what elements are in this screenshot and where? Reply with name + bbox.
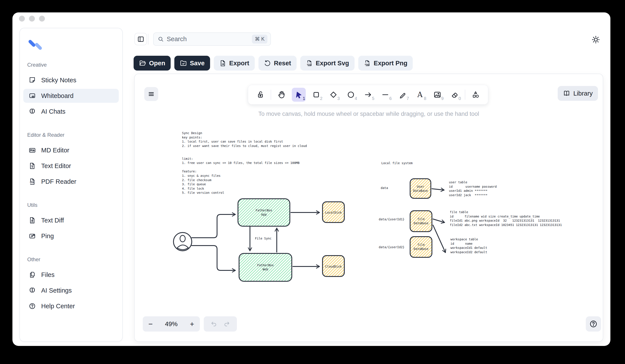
file-png-icon: PNG <box>364 60 371 67</box>
diff-file-icon <box>29 217 36 224</box>
sidebar-toggle-button[interactable] <box>134 33 147 45</box>
file-svg-icon: SVG <box>306 60 313 67</box>
fatherbox-app-label[interactable]: FatherBox App <box>238 208 290 217</box>
sidebar-item-sticky-notes[interactable]: Sticky Notes <box>23 73 119 87</box>
button-label: Export Svg <box>316 60 349 67</box>
file-database1-label[interactable]: file DataBase <box>410 217 432 225</box>
sidebar-item-label: Ping <box>41 232 54 240</box>
zoom-controls: − 49% + <box>143 316 200 332</box>
reset-icon <box>264 60 271 67</box>
sidebar-section-editor-reader: Editor & Reader <box>27 132 119 138</box>
zoom-level[interactable]: 49% <box>165 320 178 328</box>
panel-left-icon <box>137 35 145 43</box>
sun-icon <box>591 35 600 44</box>
app-window: Creative Sticky Notes Whiteboard AI Chat… <box>12 12 610 346</box>
save-button[interactable]: Save <box>174 56 210 71</box>
sidebar: Creative Sticky Notes Whiteboard AI Chat… <box>19 28 123 342</box>
diagram-shapes <box>135 74 603 342</box>
sidebar-item-pdf-reader[interactable]: PDF PDF Reader <box>23 175 119 189</box>
open-button[interactable]: Open <box>134 56 171 71</box>
arrow-user-to-app <box>192 214 235 238</box>
diagram-arrows[interactable] <box>192 189 445 270</box>
sidebar-item-ping[interactable]: Ping <box>23 229 119 243</box>
sidebar-item-text-diff[interactable]: Text Diff <box>23 213 119 227</box>
cloud-disk-label[interactable]: CloudDisk <box>322 264 344 269</box>
export-png-button[interactable]: PNG Export Png <box>358 56 413 71</box>
logo-bar-icon <box>28 39 36 47</box>
svg-text:PNG: PNG <box>365 63 369 65</box>
sidebar-item-label: Text Editor <box>41 162 71 169</box>
zoom-in-button[interactable]: + <box>190 320 194 328</box>
sidebar-item-ai-settings[interactable]: AI Settings <box>23 283 119 297</box>
data-userid1-path-label[interactable]: data/{userId1} <box>379 217 405 222</box>
sidebar-item-label: Help Center <box>41 303 75 310</box>
search-input[interactable] <box>167 35 239 43</box>
local-file-system-label[interactable]: Local file system <box>381 161 412 166</box>
user-database-label[interactable]: User DataBase <box>410 185 431 193</box>
button-label: Export Png <box>374 60 407 67</box>
help-button[interactable] <box>586 316 601 332</box>
sidebar-item-label: Files <box>41 271 55 279</box>
window-controls <box>19 16 45 22</box>
workspace-table-text[interactable]: workspace table id name workspaceId1 def… <box>450 237 487 254</box>
header-divider <box>148 34 148 45</box>
whiteboard-icon <box>29 92 36 100</box>
svg-text:PDF: PDF <box>30 181 34 184</box>
search-shortcut-badge: ⌘ K <box>252 35 267 44</box>
zoom-window-button[interactable] <box>39 16 45 22</box>
sidebar-item-label: PDF Reader <box>41 178 76 185</box>
minimize-window-button[interactable] <box>29 16 35 22</box>
zoom-out-button[interactable]: − <box>148 320 153 328</box>
svg-text:SVG: SVG <box>307 63 312 65</box>
redo-icon[interactable] <box>223 320 231 328</box>
sidebar-item-label: AI Chats <box>41 108 65 115</box>
file-export-icon <box>219 60 226 67</box>
button-label: Export <box>229 60 249 67</box>
sidebar-item-md-editor[interactable]: MD Editor <box>23 143 119 157</box>
help-icon <box>29 302 36 310</box>
app-logo <box>28 37 119 53</box>
sync-design-notes[interactable]: Sync Design key points: 1. local first, … <box>182 131 307 195</box>
arrow-user-to-web <box>192 246 235 270</box>
file-database2-label[interactable]: file DataBase <box>410 243 432 251</box>
file-sync-label[interactable]: File Sync <box>248 236 279 241</box>
local-disk-label[interactable]: LocalDisk <box>322 211 344 215</box>
data-path-label[interactable]: data <box>381 186 388 190</box>
sidebar-section-creative: Creative <box>27 62 119 68</box>
search-box[interactable]: ⌘ K <box>153 32 271 46</box>
sidebar-item-label: Sticky Notes <box>41 77 76 84</box>
folder-save-icon <box>180 60 187 67</box>
user-avatar-shape[interactable] <box>173 232 192 251</box>
button-label: Open <box>149 60 165 67</box>
theme-toggle-button[interactable] <box>590 34 601 45</box>
sidebar-section-other: Other <box>27 256 119 263</box>
sidebar-item-whiteboard[interactable]: Whiteboard <box>23 89 119 103</box>
files-icon <box>29 271 36 279</box>
export-button[interactable]: Export <box>214 56 255 71</box>
brain-icon <box>29 108 36 115</box>
file-actions-toolbar: Open Save Export Reset SVG Export Svg PN… <box>134 56 413 71</box>
file-table-text[interactable]: file table id filename wid size create_t… <box>450 210 562 227</box>
sidebar-item-label: Whiteboard <box>41 92 73 100</box>
sidebar-item-help-center[interactable]: Help Center <box>23 299 119 313</box>
button-label: Save <box>190 60 205 67</box>
data-userid2-path-label[interactable]: data/{userId2} <box>379 245 405 250</box>
reset-button[interactable]: Reset <box>258 56 297 71</box>
sidebar-item-files[interactable]: Files <box>23 268 119 282</box>
search-icon <box>157 36 164 42</box>
user-table-text[interactable]: user table id username password userId1 … <box>449 180 497 197</box>
brain-icon <box>29 287 36 294</box>
whiteboard-canvas[interactable]: 1 2 3 4 5 6 7 A8 9 0 Library To move can… <box>134 74 603 342</box>
sidebar-item-label: AI Settings <box>41 287 72 294</box>
sidebar-item-ai-chats[interactable]: AI Chats <box>23 105 119 118</box>
fatherbox-web-label[interactable]: FatherBox Web <box>239 263 292 272</box>
folder-open-icon <box>139 60 146 67</box>
sidebar-item-label: Text Diff <box>41 217 64 224</box>
export-svg-button[interactable]: SVG Export Svg <box>300 56 355 71</box>
sidebar-item-text-editor[interactable]: Text Editor <box>23 159 119 173</box>
logo-bar-icon <box>34 42 42 50</box>
markdown-file-icon <box>29 146 36 154</box>
close-window-button[interactable] <box>19 16 25 22</box>
pdf-file-icon: PDF <box>29 178 36 185</box>
undo-icon[interactable] <box>210 320 217 328</box>
